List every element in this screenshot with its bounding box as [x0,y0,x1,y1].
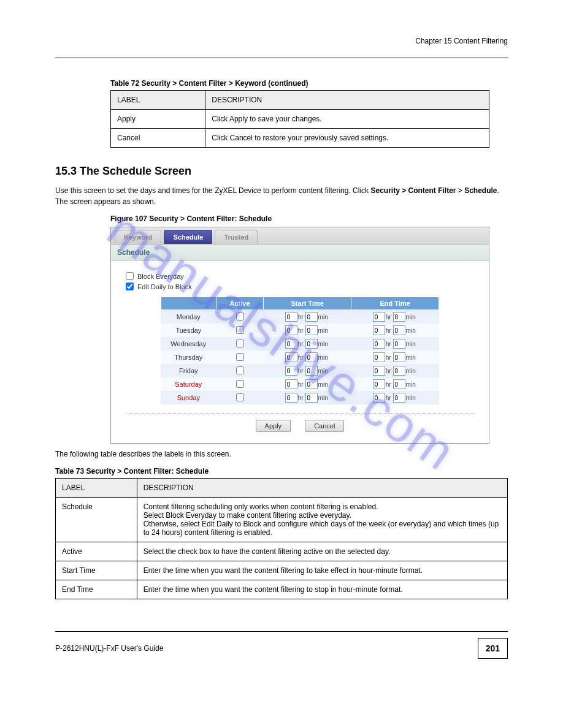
start-min-input[interactable] [305,393,318,403]
active-checkbox[interactable] [236,366,244,374]
min-label: min [406,327,416,334]
start-hour-input[interactable] [285,366,297,376]
active-checkbox[interactable] [236,313,244,320]
edit-daily-checkbox[interactable] [126,282,134,290]
schedule-row: Sundayhrminhrmin [161,391,439,404]
table73-col-label: LABEL [56,479,137,498]
end-min-input[interactable] [393,393,405,403]
schedule-table: Active Start Time End Time Mondayhrminhr… [161,297,439,404]
active-cell [216,324,263,337]
min-label: min [318,314,328,320]
footer-rule [55,631,508,632]
table-cell-desc: Click Cancel to restore your previously … [205,129,489,148]
sched-th-start: Start Time [264,297,351,310]
end-hour-input[interactable] [373,325,385,335]
start-hour-input[interactable] [285,339,297,349]
schedule-row: Thursdayhrminhrmin [161,351,439,364]
active-checkbox[interactable] [236,353,244,361]
min-label: min [318,368,328,374]
end-hour-input[interactable] [373,312,385,322]
end-min-input[interactable] [393,339,405,349]
table-row: ApplyClick Apply to save your changes. [111,110,489,129]
tab-schedule[interactable]: Schedule [164,230,212,244]
hr-label: hr [386,381,391,388]
day-label: Sunday [161,391,216,404]
table-row: End TimeEnter the time when you want the… [56,580,508,599]
end-min-input[interactable] [393,325,405,335]
hr-label: hr [298,354,304,361]
end-hour-input[interactable] [373,352,385,362]
min-label: min [318,341,328,347]
table-cell-label: Active [56,542,137,561]
start-time-cell: hrmin [264,391,351,404]
start-time-cell: hrmin [264,351,351,364]
active-checkbox[interactable] [236,339,244,347]
schedule-row: Wednesdayhrminhrmin [161,337,439,351]
end-time-cell: hrmin [351,324,439,337]
end-time-cell: hrmin [351,351,439,364]
start-hour-input[interactable] [285,312,297,322]
panel-title: Schedule [111,245,489,261]
start-min-input[interactable] [305,312,318,322]
page-footer: P-2612HNU(L)-FxF User's Guide 201 [55,638,508,659]
table73-caption: Table 73 Security > Content Filter: Sche… [55,467,508,476]
tab-trusted[interactable]: Trusted [215,230,258,244]
schedule-row: Fridayhrminhrmin [161,364,439,377]
active-checkbox[interactable] [236,380,244,388]
start-hour-input[interactable] [285,352,297,362]
end-time-cell: hrmin [351,377,439,391]
start-time-cell: hrmin [264,377,351,391]
table72-col-desc: DESCRIPTION [205,91,489,110]
hr-label: hr [386,314,391,320]
apply-button[interactable]: Apply [256,420,291,432]
hr-label: hr [298,314,304,320]
table-cell-label: Apply [111,110,205,129]
min-label: min [406,368,416,374]
end-min-input[interactable] [393,379,405,389]
para-bold-1: Security > Content Filter [370,186,456,195]
start-min-input[interactable] [305,379,318,389]
tab-keyword[interactable]: Keyword [115,230,161,244]
hr-label: hr [298,381,304,388]
min-label: min [318,395,328,401]
table-cell-label: Schedule [56,498,137,542]
end-hour-input[interactable] [373,366,385,376]
active-checkbox[interactable] [236,326,244,334]
footer-left: P-2612HNU(L)-FxF User's Guide [55,644,163,653]
start-min-input[interactable] [305,352,318,362]
table73-intro: The following table describes the labels… [55,449,508,460]
start-hour-input[interactable] [285,379,297,389]
end-hour-input[interactable] [373,379,385,389]
end-hour-input[interactable] [373,393,385,403]
table72: LABEL DESCRIPTION ApplyClick Apply to sa… [110,90,489,148]
min-label: min [318,381,328,388]
hr-label: hr [298,341,304,347]
day-label: Saturday [161,377,216,391]
table-row: ActiveSelect the check box to have the c… [56,542,508,561]
start-min-input[interactable] [305,325,318,335]
active-checkbox[interactable] [236,393,244,401]
block-everyday-checkbox[interactable] [126,272,134,280]
min-label: min [406,354,416,361]
start-hour-input[interactable] [285,393,297,403]
tabbar: Keyword Schedule Trusted [111,227,489,245]
table-row: Start TimeEnter the time when you want t… [56,561,508,580]
end-time-cell: hrmin [351,337,439,351]
header-rule [55,58,508,58]
table-cell-desc: Select the check box to have the content… [137,542,507,561]
end-hour-input[interactable] [373,339,385,349]
day-label: Tuesday [161,324,216,337]
min-label: min [406,314,416,320]
start-hour-input[interactable] [285,325,297,335]
cancel-button[interactable]: Cancel [305,420,344,432]
end-min-input[interactable] [393,352,405,362]
schedule-row: Saturdayhrminhrmin [161,377,439,391]
start-min-input[interactable] [305,339,318,349]
start-min-input[interactable] [305,366,318,376]
end-min-input[interactable] [393,312,405,322]
day-label: Friday [161,364,216,377]
end-min-input[interactable] [393,366,405,376]
schedule-row: Tuesdayhrminhrmin [161,324,439,337]
button-row: Apply Cancel [126,413,474,432]
active-cell [216,364,263,377]
